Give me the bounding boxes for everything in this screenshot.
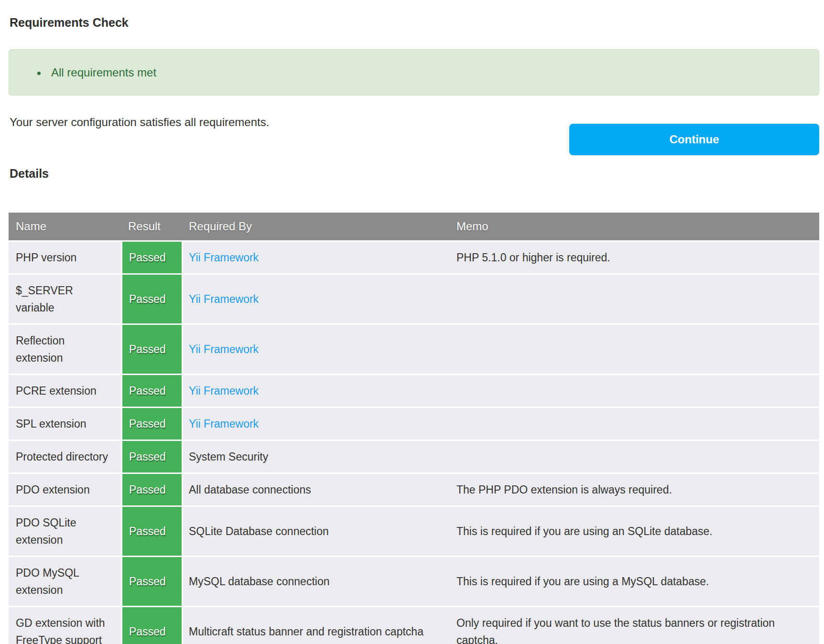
table-row: PDO extension Passed All database connec… [9, 474, 819, 505]
required-by-cell: MySQL database connection [183, 557, 451, 606]
required-by-cell: Multicraft status banner and registratio… [183, 607, 451, 644]
table-row: SPL extension Passed Yii Framework [9, 408, 819, 440]
memo-cell [451, 441, 819, 472]
required-by-link[interactable]: Yii Framework [189, 293, 259, 305]
status-message: All requirements met [47, 65, 819, 79]
requirement-name-cell: GD extension with FreeType support [9, 607, 121, 644]
required-by-link[interactable]: Yii Framework [189, 385, 259, 397]
memo-cell: This is required if you are using a MySQ… [451, 557, 819, 606]
required-by-cell: Yii Framework [183, 242, 451, 273]
requirement-name-cell: PDO SQLite extension [9, 507, 121, 556]
memo-cell [451, 408, 819, 440]
requirement-name-cell: PDO MySQL extension [9, 557, 121, 606]
memo-cell [451, 275, 819, 323]
required-by-link[interactable]: Yii Framework [189, 251, 259, 264]
table-header-row: Name Result Required By Memo [9, 213, 819, 240]
memo-cell [451, 375, 819, 407]
requirement-name-cell: Protected directory [9, 441, 121, 472]
continue-button[interactable]: Continue [569, 124, 819, 155]
required-by-link[interactable]: Yii Framework [189, 343, 259, 355]
result-badge: Passed [121, 557, 183, 606]
memo-cell: This is required if you are using an SQL… [451, 507, 819, 556]
page-title: Requirements Check [9, 16, 819, 30]
table-row: GD extension with FreeType support Passe… [9, 607, 819, 644]
requirement-name-cell: Reflection extension [9, 325, 121, 374]
table-row: Reflection extension Passed Yii Framewor… [9, 325, 819, 374]
required-by-cell: Yii Framework [183, 325, 451, 374]
memo-cell [451, 325, 819, 374]
required-by-cell: SQLite Database connection [183, 507, 451, 556]
result-badge: Passed [121, 607, 183, 644]
memo-cell: The PHP PDO extension is always required… [451, 474, 819, 505]
required-by-cell: Yii Framework [183, 408, 451, 440]
status-alert: All requirements met [9, 49, 819, 96]
required-by-link[interactable]: Yii Framework [189, 418, 259, 430]
required-by-cell: Yii Framework [183, 375, 451, 407]
result-badge: Passed [121, 507, 183, 556]
column-header-name: Name [9, 213, 121, 240]
requirements-table: Name Result Required By Memo PHP version… [9, 211, 819, 644]
column-header-memo: Memo [451, 213, 819, 240]
status-list: All requirements met [9, 65, 819, 79]
summary-text: Your server configuration satisfies all … [9, 115, 569, 129]
required-by-cell: Yii Framework [183, 275, 451, 323]
result-badge: Passed [121, 242, 183, 273]
column-header-required-by: Required By [183, 213, 451, 240]
table-row: PDO MySQL extension Passed MySQL databas… [9, 557, 819, 606]
requirement-name-cell: $_SERVER variable [9, 275, 121, 323]
column-header-result: Result [121, 213, 183, 240]
result-badge: Passed [121, 325, 183, 374]
table-row: $_SERVER variable Passed Yii Framework [9, 275, 819, 323]
summary-row: Your server configuration satisfies all … [9, 115, 819, 155]
requirement-name-cell: PDO extension [9, 474, 121, 505]
requirement-name-cell: PCRE extension [9, 375, 121, 407]
required-by-cell: System Security [183, 441, 451, 472]
required-by-cell: All database connections [183, 474, 451, 505]
result-badge: Passed [121, 408, 183, 440]
result-badge: Passed [121, 375, 183, 407]
requirement-name-cell: PHP version [9, 242, 121, 273]
result-badge: Passed [121, 275, 183, 323]
table-row: PCRE extension Passed Yii Framework [9, 375, 819, 407]
table-row: PDO SQLite extension Passed SQLite Datab… [9, 507, 819, 556]
table-row: Protected directory Passed System Securi… [9, 441, 819, 472]
memo-cell: Only required if you want to use the sta… [451, 607, 819, 644]
details-heading: Details [9, 167, 819, 181]
requirement-name-cell: SPL extension [9, 408, 121, 440]
result-badge: Passed [121, 474, 183, 505]
table-row: PHP version Passed Yii Framework PHP 5.1… [9, 242, 819, 273]
memo-cell: PHP 5.1.0 or higher is required. [451, 242, 819, 273]
result-badge: Passed [121, 441, 183, 472]
